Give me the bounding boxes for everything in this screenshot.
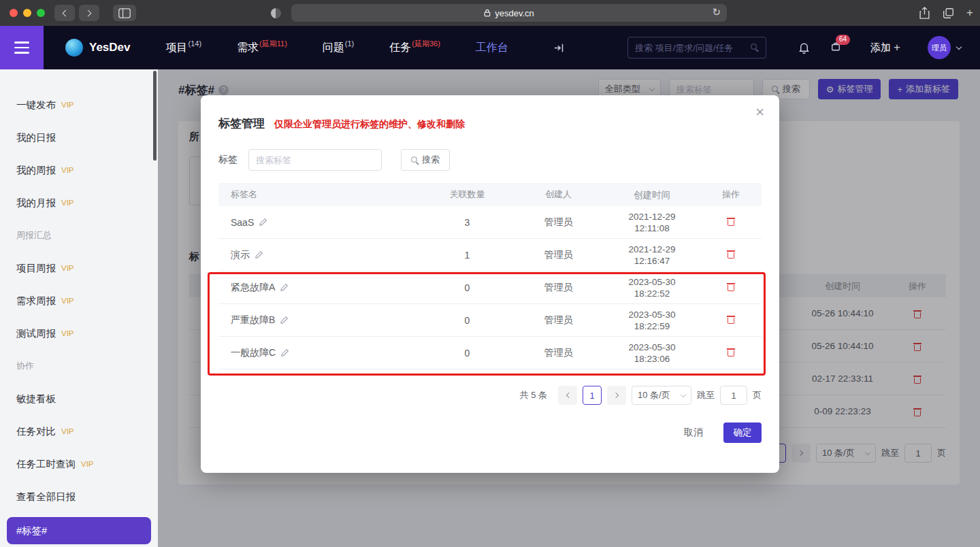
- delete-icon[interactable]: [727, 347, 735, 357]
- tag-name-cell: SaaS: [218, 217, 421, 228]
- date-line: 2021-12-29: [604, 211, 700, 222]
- nav-label: 需求: [237, 42, 259, 53]
- tag-creator: 管理员: [513, 347, 604, 359]
- sidebar-item-agile-board[interactable]: 敏捷看板: [0, 382, 158, 415]
- global-search-box[interactable]: [627, 37, 766, 59]
- search-button[interactable]: 搜索: [401, 149, 450, 171]
- logo-text: YesDev: [89, 41, 131, 54]
- tag-creator: 管理员: [513, 282, 604, 294]
- nav-label: 项目: [166, 42, 188, 53]
- sidebar-item-label: 任务工时查询: [16, 458, 76, 471]
- delete-icon[interactable]: [727, 314, 735, 324]
- chevron-down-icon: [681, 391, 686, 397]
- appearance-icon[interactable]: [271, 8, 281, 18]
- sidebar-item-label: 项目周报: [16, 262, 56, 275]
- nav-item-issues[interactable]: 问题(1): [323, 41, 354, 55]
- minimize-window-icon[interactable]: [23, 9, 31, 17]
- tag-count: 1: [421, 250, 513, 261]
- sidebar-item-my-monthly[interactable]: 我的月报VIP: [0, 186, 158, 219]
- bell-icon[interactable]: [798, 42, 811, 54]
- tag-search-input[interactable]: [248, 149, 382, 171]
- url-text: yesdev.cn: [495, 8, 534, 18]
- close-window-icon[interactable]: [10, 9, 18, 17]
- col-header-op: 操作: [700, 188, 762, 201]
- confirm-button[interactable]: 确定: [723, 422, 762, 443]
- gift-button[interactable]: 64: [830, 40, 842, 56]
- cancel-button[interactable]: 取消: [684, 427, 703, 439]
- share-icon[interactable]: [919, 7, 930, 20]
- browser-back-button[interactable]: [54, 5, 75, 21]
- titlebar-right-icons: +: [919, 0, 973, 26]
- delete-icon[interactable]: [727, 249, 735, 259]
- page-size-select[interactable]: 10 条/页: [632, 386, 691, 405]
- sidebar-item-label: 我的周报: [16, 164, 56, 177]
- tag-creator: 管理员: [513, 216, 604, 229]
- dialog-footer: 取消 确定: [218, 422, 762, 443]
- edit-icon[interactable]: [280, 348, 289, 357]
- screen: yesdev.cn ↻ + YesDev 项目(14) 需求(延期11) 问题(…: [0, 0, 980, 547]
- logo-icon: [65, 39, 83, 56]
- date-line: 2023-05-30: [604, 309, 700, 320]
- sidebar-item-all-daily[interactable]: 查看全部日报: [0, 480, 158, 513]
- op-cell: [700, 347, 762, 359]
- page-suffix: 页: [753, 389, 762, 401]
- sidebar-item-one-click-publish[interactable]: 一键发布VIP: [0, 88, 158, 121]
- sidebar-toggle-button[interactable]: [113, 5, 136, 21]
- op-cell: [700, 249, 762, 261]
- dialog-warning-text: 仅限企业管理员进行标签的维护、修改和删除: [274, 118, 465, 131]
- nav-item-requirements[interactable]: 需求(延期11): [237, 41, 287, 55]
- new-tab-icon[interactable]: +: [966, 6, 973, 20]
- jump-page-input[interactable]: [720, 386, 747, 405]
- jump-label: 跳至: [697, 389, 715, 401]
- time-line: 18:22:59: [604, 320, 700, 332]
- sidebar-item-test-weekly[interactable]: 测试周报VIP: [0, 317, 158, 350]
- nav-count-badge: (14): [189, 39, 202, 48]
- hamburger-menu-button[interactable]: [0, 26, 44, 69]
- sidebar-item-task-compare[interactable]: 任务对比VIP: [0, 415, 158, 448]
- total-count-text: 共 5 条: [520, 389, 547, 401]
- sidebar-item-label: 我的月报: [16, 197, 56, 210]
- page-number-button[interactable]: 1: [583, 386, 602, 405]
- nav-count-badge: (1): [345, 39, 354, 48]
- app-header: YesDev 项目(14) 需求(延期11) 问题(1) 任务(延期36) 工作…: [0, 26, 980, 69]
- edit-icon[interactable]: [280, 283, 289, 292]
- prev-page-button[interactable]: [558, 386, 577, 405]
- reload-icon[interactable]: ↻: [712, 6, 721, 18]
- traffic-lights: [10, 9, 45, 17]
- sidebar-item-label: 需求周报: [16, 295, 56, 308]
- sidebar-scrollbar[interactable]: [153, 71, 157, 161]
- sidebar-item-tags-active[interactable]: #标签#: [7, 517, 151, 544]
- nav-item-tasks[interactable]: 任务(延期36): [389, 41, 440, 55]
- delete-icon[interactable]: [727, 282, 735, 291]
- sidebar-item-task-hours[interactable]: 任务工时查询VIP: [0, 448, 158, 480]
- sidebar-item-my-weekly[interactable]: 我的周报VIP: [0, 154, 158, 186]
- edit-icon[interactable]: [280, 316, 289, 325]
- tab-overview-icon[interactable]: [943, 7, 954, 19]
- close-icon[interactable]: ×: [755, 105, 764, 120]
- edit-icon[interactable]: [255, 250, 263, 259]
- sidebar-item-project-weekly[interactable]: 项目周报VIP: [0, 252, 158, 284]
- dialog-header: 标签管理 仅限企业管理员进行标签的维护、修改和删除: [218, 116, 762, 131]
- enter-arrow-icon[interactable]: [553, 43, 565, 53]
- date-line: 2023-05-30: [604, 342, 700, 353]
- nav-item-workbench[interactable]: 工作台: [476, 41, 508, 55]
- nav-item-projects[interactable]: 项目(14): [166, 41, 202, 55]
- address-bar[interactable]: yesdev.cn ↻: [291, 4, 727, 22]
- global-search-input[interactable]: [635, 43, 747, 53]
- sidebar-item-requirement-weekly[interactable]: 需求周报VIP: [0, 284, 158, 317]
- sidebar-item-label: #标签#: [16, 525, 47, 537]
- tag-creator: 管理员: [513, 314, 604, 327]
- page-size-value: 10 条/页: [638, 389, 670, 401]
- sidebar: 一键发布VIP 我的日报 我的周报VIP 我的月报VIP 周报汇总 项目周报VI…: [0, 69, 158, 547]
- delete-icon[interactable]: [727, 216, 735, 226]
- sidebar-item-my-daily[interactable]: 我的日报: [0, 121, 158, 154]
- tag-created-time: 2021-12-2912:16:47: [604, 244, 700, 267]
- zoom-window-icon[interactable]: [37, 9, 45, 17]
- browser-forward-button[interactable]: [79, 5, 99, 21]
- user-menu[interactable]: 理员: [928, 36, 961, 59]
- edit-icon[interactable]: [259, 218, 267, 227]
- add-button[interactable]: 添加 +: [870, 41, 900, 54]
- next-page-button[interactable]: [607, 386, 626, 405]
- tag-creator: 管理员: [513, 249, 604, 261]
- app-logo[interactable]: YesDev: [65, 39, 131, 56]
